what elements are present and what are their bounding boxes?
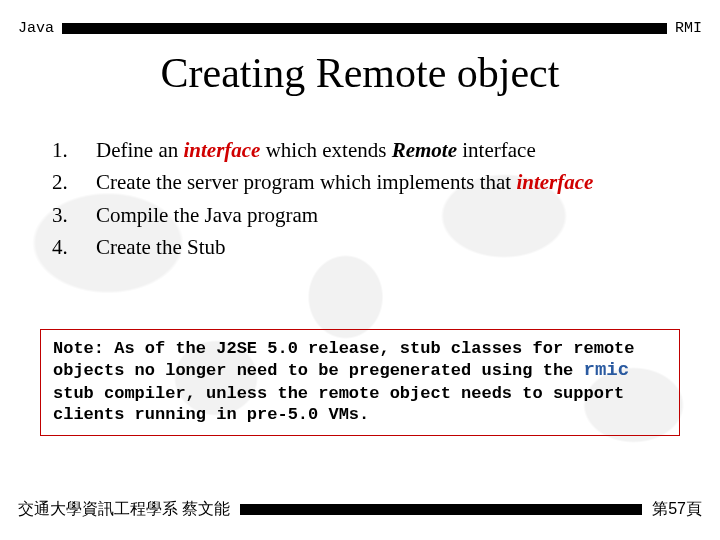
footer: 交通大學資訊工程學系 蔡文能 第57頁 bbox=[18, 499, 702, 520]
text-run: Define an bbox=[96, 138, 183, 162]
list-item: 1.Define an interface which extends Remo… bbox=[52, 135, 670, 165]
emphasis: interface bbox=[183, 138, 260, 162]
list-number: 2. bbox=[52, 167, 96, 197]
list-text: Compile the Java program bbox=[96, 200, 670, 230]
list-text: Create the Stub bbox=[96, 232, 670, 262]
list-text: Create the server program which implemen… bbox=[96, 167, 670, 197]
footer-left: 交通大學資訊工程學系 蔡文能 bbox=[18, 499, 230, 520]
header-bar bbox=[62, 23, 667, 34]
text-run: which extends bbox=[260, 138, 391, 162]
list-number: 4. bbox=[52, 232, 96, 262]
emphasis: Remote bbox=[392, 138, 457, 162]
list-text: Define an interface which extends Remote… bbox=[96, 135, 670, 165]
text-run: Compile the Java program bbox=[96, 203, 318, 227]
text-run: interface bbox=[457, 138, 536, 162]
text-run: Create the server program which implemen… bbox=[96, 170, 516, 194]
header-left: Java bbox=[18, 20, 54, 37]
text-run: Create the Stub bbox=[96, 235, 225, 259]
page-title: Creating Remote object bbox=[0, 49, 720, 97]
list-item: 4.Create the Stub bbox=[52, 232, 670, 262]
rmic-code: rmic bbox=[584, 359, 630, 381]
header-right: RMI bbox=[675, 20, 702, 37]
footer-right: 第57頁 bbox=[652, 499, 702, 520]
list-item: 2.Create the server program which implem… bbox=[52, 167, 670, 197]
header: Java RMI bbox=[0, 0, 720, 37]
list-item: 3.Compile the Java program bbox=[52, 200, 670, 230]
note-box: Note: As of the J2SE 5.0 release, stub c… bbox=[40, 329, 680, 437]
note-pre: Note: As of the J2SE 5.0 release, stub c… bbox=[53, 339, 635, 380]
list-number: 1. bbox=[52, 135, 96, 165]
footer-bar bbox=[240, 504, 642, 515]
list-number: 3. bbox=[52, 200, 96, 230]
note-post: stub compiler, unless the remote object … bbox=[53, 384, 624, 424]
emphasis: interface bbox=[516, 170, 593, 194]
slide-content: Java RMI Creating Remote object 1.Define… bbox=[0, 0, 720, 540]
numbered-list: 1.Define an interface which extends Remo… bbox=[52, 135, 670, 263]
